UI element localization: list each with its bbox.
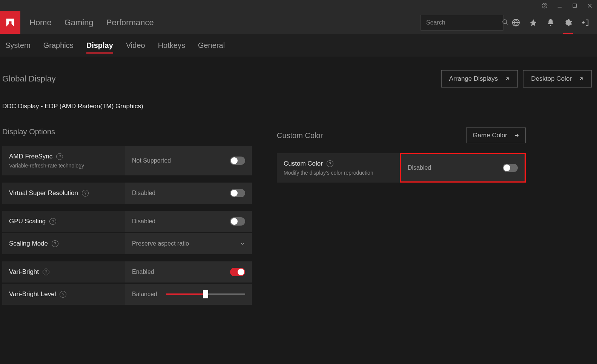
setting-row-custom-color: Custom Color ? Modify the display's colo… xyxy=(277,153,526,183)
nav-home[interactable]: Home xyxy=(29,18,52,28)
amd-logo[interactable] xyxy=(0,11,20,34)
tab-system[interactable]: System xyxy=(5,35,31,56)
custom-color-label: Custom Color xyxy=(284,160,323,167)
content: Global Display Arrange Displays Desktop … xyxy=(0,57,597,306)
help-icon[interactable]: ? xyxy=(82,190,89,197)
arrow-icon xyxy=(503,75,511,83)
custom-color-title: Custom Color xyxy=(277,131,323,140)
scaling-mode-value: Preserve aspect ratio xyxy=(132,240,189,247)
vari-bright-level-slider[interactable] xyxy=(166,293,245,295)
close-icon[interactable] xyxy=(586,2,594,10)
nav-gaming[interactable]: Gaming xyxy=(64,18,94,28)
gpu-scaling-label: GPU Scaling xyxy=(9,218,46,225)
vari-bright-label: Vari-Bright xyxy=(9,268,39,276)
display-options-title: Display Options xyxy=(2,127,55,136)
game-color-label: Game Color xyxy=(473,132,507,139)
titlebar xyxy=(0,0,597,11)
arrow-right-icon xyxy=(514,133,519,138)
setting-row-vari-bright-level: Vari-Bright Level ? Balanced xyxy=(2,284,252,305)
star-icon[interactable] xyxy=(528,18,538,28)
tab-general[interactable]: General xyxy=(198,35,225,56)
minimize-icon[interactable] xyxy=(556,2,564,10)
vari-bright-level-value: Balanced xyxy=(132,291,157,298)
header: Home Gaming Performance xyxy=(0,11,597,34)
display-device-name: DDC Display - EDP (AMD Radeon(TM) Graphi… xyxy=(2,103,595,110)
setting-row-vsr: Virtual Super Resolution ? Disabled xyxy=(2,183,252,204)
vari-bright-toggle[interactable] xyxy=(230,268,245,276)
global-display-title: Global Display xyxy=(2,74,56,84)
svg-point-1 xyxy=(545,7,545,7)
desktop-color-button[interactable]: Desktop Color xyxy=(523,70,592,88)
scaling-mode-label: Scaling Mode xyxy=(9,240,48,247)
arrange-displays-label: Arrange Displays xyxy=(449,75,498,83)
svg-rect-3 xyxy=(573,4,576,7)
custom-color-toggle[interactable] xyxy=(503,164,518,172)
gpu-scaling-value: Disabled xyxy=(132,218,155,225)
maximize-icon[interactable] xyxy=(571,2,579,10)
custom-color-column: Custom Color Game Color Custom Color ? M… xyxy=(277,127,526,306)
vsr-label: Virtual Super Resolution xyxy=(9,189,78,197)
gear-icon[interactable] xyxy=(563,18,573,28)
subtabs: System Graphics Display Video Hotkeys Ge… xyxy=(0,34,597,57)
tab-video[interactable]: Video xyxy=(126,35,145,56)
help-icon[interactable] xyxy=(540,2,549,10)
custom-color-value: Disabled xyxy=(408,164,431,171)
arrow-icon xyxy=(577,75,585,83)
freesync-toggle[interactable] xyxy=(230,157,245,165)
svg-line-7 xyxy=(506,23,508,25)
vari-bright-value: Enabled xyxy=(132,269,154,275)
arrange-displays-button[interactable]: Arrange Displays xyxy=(441,70,518,88)
help-icon[interactable]: ? xyxy=(49,218,56,225)
exit-icon[interactable] xyxy=(580,18,590,28)
svg-point-0 xyxy=(542,3,547,8)
bell-icon[interactable] xyxy=(546,18,556,28)
help-icon[interactable]: ? xyxy=(60,291,66,298)
nav-performance[interactable]: Performance xyxy=(106,18,154,28)
custom-color-sublabel: Modify the display's color reproduction xyxy=(284,170,393,176)
vsr-value: Disabled xyxy=(132,190,155,197)
game-color-button[interactable]: Game Color xyxy=(466,127,526,143)
setting-row-freesync: AMD FreeSync ? Variable-refresh-rate tec… xyxy=(2,146,252,175)
gpu-scaling-toggle[interactable] xyxy=(230,217,245,226)
global-display-head: Global Display Arrange Displays Desktop … xyxy=(2,70,595,88)
vari-bright-level-label: Vari-Bright Level xyxy=(9,290,56,298)
slider-thumb[interactable] xyxy=(203,290,208,298)
tab-graphics[interactable]: Graphics xyxy=(43,35,74,56)
setting-row-gpu-scaling: GPU Scaling ? Disabled xyxy=(2,211,252,232)
scaling-mode-dropdown[interactable]: Preserve aspect ratio xyxy=(125,233,252,254)
setting-row-vari-bright: Vari-Bright ? Enabled xyxy=(2,261,252,283)
web-icon[interactable] xyxy=(511,18,521,28)
freesync-label: AMD FreeSync xyxy=(9,153,52,160)
header-right xyxy=(421,15,597,31)
help-icon[interactable]: ? xyxy=(52,240,58,247)
freesync-value: Not Supported xyxy=(132,157,171,164)
search-input[interactable] xyxy=(426,19,502,26)
help-icon[interactable]: ? xyxy=(56,153,63,160)
help-icon[interactable]: ? xyxy=(327,160,333,167)
search-icon[interactable] xyxy=(502,18,508,27)
vsr-toggle[interactable] xyxy=(230,189,245,197)
main-nav: Home Gaming Performance xyxy=(29,18,154,28)
freesync-sublabel: Variable-refresh-rate technology xyxy=(9,163,118,169)
help-icon[interactable]: ? xyxy=(43,269,49,275)
search-box[interactable] xyxy=(421,15,503,31)
display-options-column: Display Options AMD FreeSync ? Variable-… xyxy=(2,127,252,306)
tab-display[interactable]: Display xyxy=(86,35,113,56)
chevron-down-icon xyxy=(240,241,245,246)
svg-point-6 xyxy=(503,20,507,24)
desktop-color-label: Desktop Color xyxy=(531,75,572,83)
setting-row-scaling-mode: Scaling Mode ? Preserve aspect ratio xyxy=(2,233,252,254)
tab-hotkeys[interactable]: Hotkeys xyxy=(158,35,185,56)
